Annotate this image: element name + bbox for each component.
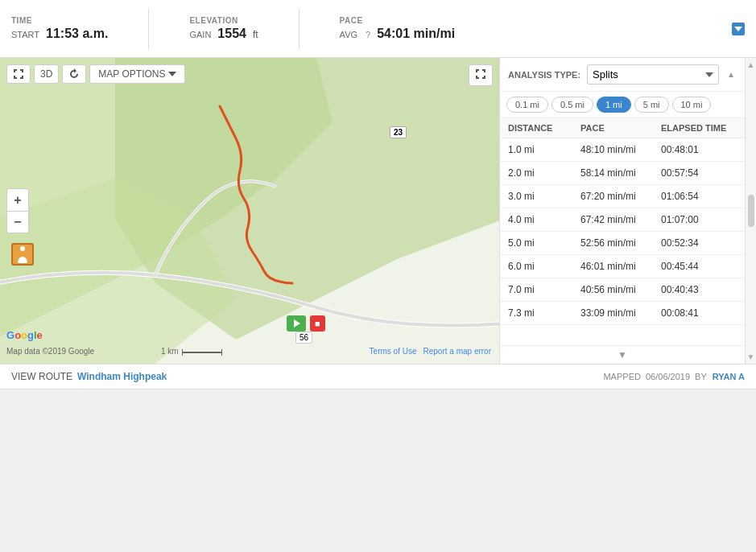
dropdown-arrow-icon[interactable] [732,23,745,35]
col-pace: PACE [580,123,661,133]
mapped-user[interactable]: RYAN A [713,372,745,381]
3d-button[interactable]: 3D [34,64,59,84]
scrollbar-up[interactable]: ▲ [747,60,755,69]
terms-link[interactable]: Terms of Use [370,347,417,356]
map-options-button[interactable]: MAP OPTIONS [89,64,185,84]
route-info-bar: VIEW ROUTE Windham Highpeak MAPPED 06/06… [0,364,756,389]
cell-distance: 7.0 mi [508,284,580,295]
route-name-link[interactable]: Windham Highpeak [77,371,167,382]
cell-distance: 4.0 mi [508,214,580,225]
cell-pace: 46:01 min/mi [580,261,661,272]
google-brand: Google [6,329,43,341]
pace-label: PACE [340,16,455,25]
cell-elapsed: 01:06:54 [661,191,737,202]
table-row[interactable]: 3.0 mi 67:20 min/mi 01:06:54 [500,185,745,208]
by-label: BY [695,372,706,381]
divider-1 [148,9,149,49]
map-options-label: MAP OPTIONS [98,68,165,80]
cell-elapsed: 00:48:01 [661,144,737,155]
cell-pace: 52:56 min/mi [580,237,661,249]
svg-marker-6 [294,319,300,327]
elevation-label: ELEVATION [189,16,258,25]
analysis-header: ANALYSIS TYPE: Splits Laps Intervals ▲ [500,58,745,92]
cell-distance: 7.3 mi [508,307,580,319]
start-value: 11:53 a.m. [46,27,108,41]
main-area: 23 3D MAP OPTIONS [0,58,756,364]
street-view-icon[interactable] [11,243,34,266]
cell-elapsed: 00:52:34 [661,237,737,249]
cell-distance: 3.0 mi [508,191,580,202]
map-expand-button[interactable] [469,64,493,86]
cell-pace: 58:14 min/mi [580,167,661,179]
pill-10mi[interactable]: 10 mi [672,97,712,113]
elevation-stat: ELEVATION GAIN 1554 ft [189,16,258,41]
map-terms: Terms of Use Report a map error [370,347,491,356]
report-link[interactable]: Report a map error [423,347,491,356]
zoom-in-button[interactable]: + [6,188,29,211]
stats-section: TIME START 11:53 a.m. ELEVATION GAIN 155… [11,9,455,49]
table-row[interactable]: 6.0 mi 46:01 min/mi 00:45:44 [500,255,745,278]
mapped-info: MAPPED 06/06/2019 BY RYAN A [603,372,745,381]
gain-label: GAIN [189,30,211,39]
time-stat: TIME START 11:53 a.m. [11,16,108,41]
mapped-date: 06/06/2019 [646,372,690,381]
avg-info-icon[interactable]: ? [366,30,370,39]
table-row[interactable]: 2.0 mi 58:14 min/mi 00:57:54 [500,162,745,185]
cell-elapsed: 00:57:54 [661,167,737,179]
scroll-down-icon[interactable]: ▼ [500,345,745,364]
end-marker[interactable]: ■ [310,315,325,332]
avg-value: 54:01 min/mi [377,27,455,41]
start-label: START [11,30,39,39]
3d-label: 3D [40,68,52,80]
table-row[interactable]: 4.0 mi 67:42 min/mi 01:07:00 [500,208,745,232]
svg-point-5 [20,246,25,251]
cell-distance: 1.0 mi [508,144,580,155]
table-row[interactable]: 7.3 mi 33:09 min/mi 00:08:41 [500,302,745,325]
cell-distance: 5.0 mi [508,237,580,249]
rotate-button[interactable] [62,64,86,84]
splits-table-body: 1.0 mi 48:10 min/mi 00:48:01 2.0 mi 58:1… [500,138,745,345]
pill-5mi[interactable]: 5 mi [634,97,669,113]
divider-2 [299,9,300,49]
table-row[interactable]: 1.0 mi 48:10 min/mi 00:48:01 [500,138,745,162]
distance-pills: 0.1 mi 0.5 mi 1 mi 5 mi 10 mi [500,92,745,118]
map-controls: 3D MAP OPTIONS [6,64,185,84]
pill-1mi[interactable]: 1 mi [597,97,631,113]
highway-label: 23 [390,126,407,138]
cell-pace: 67:20 min/mi [580,191,661,202]
cell-pace: 40:56 min/mi [580,284,661,295]
cell-elapsed: 00:45:44 [661,261,737,272]
scroll-up-icon[interactable]: ▲ [725,70,737,79]
map-scale: 1 km [161,347,222,356]
cell-elapsed: 00:40:43 [661,284,737,295]
zoom-out-button[interactable]: − [6,211,29,233]
table-row[interactable]: 5.0 mi 52:56 min/mi 00:52:34 [500,232,745,255]
top-bar: TIME START 11:53 a.m. ELEVATION GAIN 155… [0,0,756,58]
table-header: DISTANCE PACE ELAPSED TIME [500,118,745,138]
map-credit: Map data ©2019 Google [6,347,94,356]
analysis-panel: ANALYSIS TYPE: Splits Laps Intervals ▲ 0… [499,58,745,364]
view-route-label: VIEW ROUTE [11,371,72,382]
cell-elapsed: 01:07:00 [661,214,737,225]
pill-0.1mi[interactable]: 0.1 mi [506,97,548,113]
cell-pace: 48:10 min/mi [580,144,661,155]
pill-0.5mi[interactable]: 0.5 mi [552,97,593,113]
mapped-label: MAPPED [603,372,640,381]
table-row[interactable]: 7.0 mi 40:56 min/mi 00:40:43 [500,278,745,302]
fullscreen-button[interactable] [6,64,31,84]
time-label: TIME [11,16,108,25]
zoom-controls: + − [6,188,29,233]
map-area: 23 3D MAP OPTIONS [0,58,499,364]
col-distance: DISTANCE [508,123,580,133]
col-elapsed: ELAPSED TIME [661,123,737,133]
analysis-type-select[interactable]: Splits Laps Intervals [587,64,719,84]
cell-distance: 6.0 mi [508,261,580,272]
panel-scrollbar[interactable]: ▲ ▼ [745,58,756,364]
map-svg [0,58,499,364]
scrollbar-down[interactable]: ▼ [747,352,755,361]
scrollbar-thumb[interactable] [748,195,754,227]
start-marker[interactable] [287,315,306,332]
gain-unit: ft [253,29,258,40]
cell-distance: 2.0 mi [508,167,580,179]
cell-pace: 33:09 min/mi [580,307,661,319]
